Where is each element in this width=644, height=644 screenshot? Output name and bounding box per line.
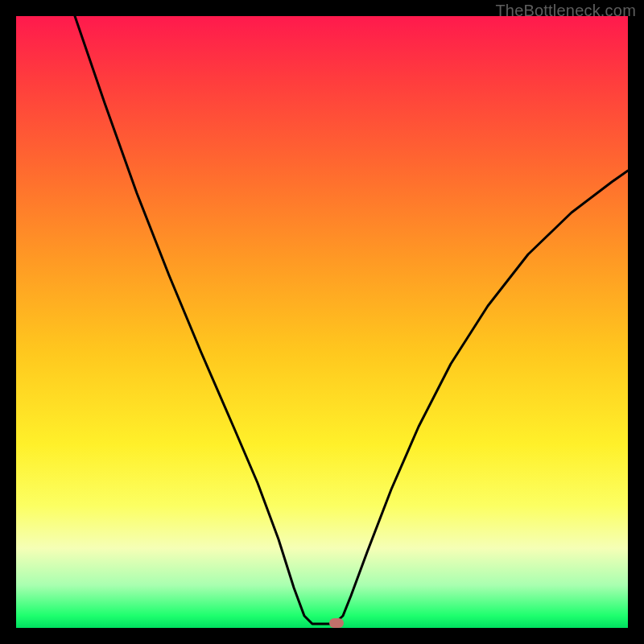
chart-frame: TheBottleneck.com xyxy=(0,0,644,644)
minimum-marker xyxy=(329,618,344,628)
plot-area xyxy=(16,16,628,628)
curve-path xyxy=(75,16,628,624)
curve-svg xyxy=(16,16,628,628)
